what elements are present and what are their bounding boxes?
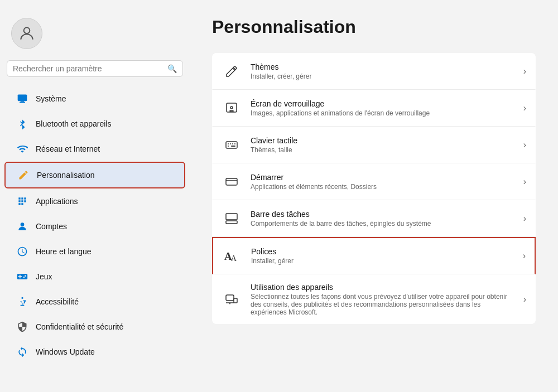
sidebar-label-network: Réseau et Internet [36,144,100,153]
svg-rect-22 [226,295,234,301]
system-icon [16,92,29,105]
setting-item-device-usage[interactable]: Utilisation des appareils Sélectionnez t… [212,274,536,324]
setting-item-taskbar[interactable]: Barre des tâches Comportements de la bar… [212,200,536,237]
svg-rect-3 [20,102,25,103]
device-usage-chevron: › [523,294,526,304]
sidebar-item-accounts[interactable]: Comptes [4,214,185,239]
lock-screen-title: Écran de verrouillage [251,99,514,108]
keyboard-subtitle: Thèmes, taille [251,146,514,154]
svg-rect-19 [226,214,237,220]
svg-rect-2 [21,101,25,102]
sidebar-item-system[interactable]: Système [4,86,185,111]
sidebar-label-accounts: Comptes [36,222,67,231]
start-text: Démarrer Applications et éléments récent… [251,173,514,191]
svg-point-4 [21,222,25,226]
device-usage-icon [222,289,242,309]
lock-screen-subtitle: Images, applications et animations de l'… [251,109,514,117]
setting-item-start[interactable]: Démarrer Applications et éléments récent… [212,163,536,200]
sidebar-label-apps: Applications [36,197,78,206]
fonts-text: Polices Installer, gérer [251,247,514,265]
themes-subtitle: Installer, créer, gérer [251,72,514,80]
svg-rect-23 [234,298,237,303]
search-container: 🔍 [0,60,190,86]
fonts-icon: AA [222,246,242,266]
svg-rect-16 [226,178,237,185]
device-usage-subtitle: Sélectionnez toutes les façons dont vous… [251,293,514,316]
sidebar-label-games: Jeux [36,272,52,281]
update-icon [16,345,29,359]
keyboard-icon [222,135,242,155]
fonts-title: Polices [251,247,514,256]
sidebar-label-time: Heure et langue [36,247,92,256]
svg-point-25 [229,303,230,304]
sidebar-label-privacy: Confidentialité et sécurité [36,322,123,331]
keyboard-title: Clavier tactile [251,136,514,145]
setting-item-lock-screen[interactable]: Écran de verrouillage Images, applicatio… [212,90,536,127]
svg-point-5 [21,297,23,299]
keyboard-text: Clavier tactile Thèmes, taille [251,136,514,154]
themes-chevron: › [523,66,526,76]
svg-rect-9 [226,142,237,148]
search-input[interactable] [13,64,163,73]
sidebar: 🔍 Système Bluetooth et appareils Réseau … [0,0,190,392]
themes-title: Thèmes [251,62,514,71]
privacy-icon [16,320,29,333]
sidebar-label-system: Système [36,94,66,103]
avatar [11,18,42,49]
sidebar-item-games[interactable]: Jeux [4,264,185,289]
search-box[interactable]: 🔍 [7,60,183,77]
time-icon [16,245,29,258]
start-title: Démarrer [251,173,514,182]
sidebar-label-update: Windows Update [36,347,95,356]
sidebar-item-update[interactable]: Windows Update [4,340,185,364]
sidebar-label-bluetooth: Bluetooth et appareils [36,119,111,128]
settings-list: Thèmes Installer, créer, gérer › Écran d… [212,53,536,324]
sidebar-item-bluetooth[interactable]: Bluetooth et appareils [4,112,185,136]
taskbar-subtitle: Comportements de la barre des tâches, ép… [251,220,514,228]
device-usage-text: Utilisation des appareils Sélectionnez t… [251,283,514,316]
start-icon [222,172,242,192]
svg-point-0 [24,27,30,33]
taskbar-chevron: › [523,214,526,224]
start-chevron: › [523,177,526,187]
user-icon [18,25,36,42]
page-title: Personnalisation [212,17,536,37]
setting-item-themes[interactable]: Thèmes Installer, créer, gérer › [212,53,536,90]
taskbar-title: Barre des tâches [251,210,514,219]
keyboard-chevron: › [523,140,526,150]
svg-rect-18 [226,221,237,224]
sidebar-item-network[interactable]: Réseau et Internet [4,137,185,161]
svg-text:A: A [231,254,237,263]
setting-item-fonts[interactable]: AA Polices Installer, gérer › [212,237,536,274]
sidebar-item-accessibility[interactable]: Accessibilité [4,289,185,314]
svg-point-7 [230,107,233,109]
themes-icon [222,61,242,81]
lock-screen-icon [222,98,242,118]
lock-screen-chevron: › [523,103,526,113]
themes-text: Thèmes Installer, créer, gérer [251,62,514,80]
lock-screen-text: Écran de verrouillage Images, applicatio… [251,99,514,117]
setting-item-keyboard[interactable]: Clavier tactile Thèmes, taille › [212,127,536,163]
svg-rect-1 [18,95,27,101]
personalization-icon [17,168,30,182]
accessibility-icon [16,295,29,308]
sidebar-item-privacy[interactable]: Confidentialité et sécurité [4,314,185,339]
start-subtitle: Applications et éléments récents, Dossie… [251,183,514,191]
main-content: Personnalisation Thèmes Installer, créer… [190,0,558,392]
svg-rect-8 [230,110,233,112]
avatar-container [0,9,190,60]
sidebar-item-personalization[interactable]: Personnalisation [4,162,185,188]
network-icon [16,142,29,156]
bluetooth-icon [16,117,29,130]
apps-icon [16,195,29,208]
taskbar-icon [222,209,242,229]
taskbar-text: Barre des tâches Comportements de la bar… [251,210,514,228]
search-icon: 🔍 [167,64,177,73]
device-usage-title: Utilisation des appareils [251,283,514,292]
sidebar-label-accessibility: Accessibilité [36,297,79,306]
fonts-subtitle: Installer, gérer [251,257,514,265]
sidebar-item-time[interactable]: Heure et langue [4,239,185,264]
sidebar-item-apps[interactable]: Applications [4,189,185,214]
sidebar-label-personalization: Personnalisation [37,171,95,180]
nav-menu: Système Bluetooth et appareils Réseau et… [0,86,190,365]
